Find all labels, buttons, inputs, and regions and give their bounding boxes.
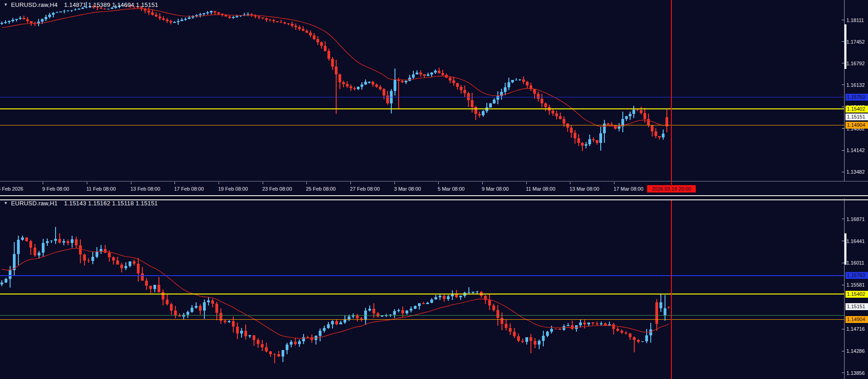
price-axis-tick-mark bbox=[842, 107, 845, 107]
price-axis-tick-label: 1.18111 bbox=[846, 17, 864, 23]
price-axis-tick-label: 1.13482 bbox=[846, 169, 865, 175]
price-axis-tick-label: 1.16792 bbox=[846, 60, 865, 67]
time-axis-tick-mark bbox=[395, 182, 395, 184]
time-axis[interactable]: 5 Feb 20269 Feb 08:0011 Feb 08:0013 Feb … bbox=[0, 181, 868, 196]
time-axis-label: 17 Mar 08:00 bbox=[614, 186, 643, 192]
time-cursor-date-label: 2026.03.19 20:00 bbox=[647, 185, 696, 192]
time-axis-tick-mark bbox=[482, 182, 483, 184]
h4-bid-price-label: 1.15151 bbox=[845, 113, 868, 120]
time-axis-label: 23 Feb 08:00 bbox=[262, 186, 292, 192]
h4-level-orange-price-label: 1.14904 bbox=[845, 122, 868, 129]
time-axis-label: 19 Feb 08:00 bbox=[218, 186, 248, 192]
h1-price-axis[interactable]: 1.168711.164411.160111.155811.147161.142… bbox=[844, 198, 868, 379]
price-axis-tick-mark bbox=[842, 85, 845, 85]
h4-chart-canvas[interactable] bbox=[0, 0, 844, 181]
h1-chart-title: ▼EURUSD.raw,H11.15143 1.15162 1.15118 1.… bbox=[4, 200, 158, 208]
time-axis-tick-mark bbox=[570, 182, 570, 184]
price-axis-tick-label: 1.14142 bbox=[846, 147, 865, 153]
price-axis-tick-label: 1.14286 bbox=[846, 348, 865, 354]
time-axis-label: 17 Feb 08:00 bbox=[174, 186, 204, 192]
h1-level-yellow-price-label: 1.15402 bbox=[845, 291, 868, 298]
collapse-arrow-icon[interactable]: ▼ bbox=[4, 201, 8, 205]
price-axis-tick-mark bbox=[842, 373, 845, 373]
time-axis-label: 9 Feb 08:00 bbox=[42, 186, 69, 192]
time-axis-tick-mark bbox=[219, 182, 219, 184]
time-cursor-tick bbox=[671, 182, 672, 185]
price-axis-tick-mark bbox=[842, 351, 845, 351]
h1-ohlc-values: 1.15143 1.15162 1.15118 1.15151 bbox=[64, 200, 158, 207]
time-axis-tick-mark bbox=[43, 182, 43, 184]
time-axis-tick-mark bbox=[306, 182, 307, 184]
h4-axis-scale-marker[interactable] bbox=[845, 24, 846, 69]
time-axis-label: 25 Feb 08:00 bbox=[306, 186, 336, 192]
time-axis-tick-mark bbox=[87, 182, 87, 184]
h4-level-yellow-price-label: 1.15402 bbox=[845, 106, 868, 113]
price-axis-tick-label: 1.16441 bbox=[846, 238, 865, 244]
time-axis-label: 13 Feb 08:00 bbox=[130, 186, 160, 192]
price-axis-tick-label: 1.16871 bbox=[846, 216, 865, 222]
h1-axis-scale-marker[interactable] bbox=[845, 233, 846, 265]
h1-level-orange-price-label: 1.14904 bbox=[845, 316, 868, 323]
time-axis-tick-mark bbox=[350, 182, 351, 184]
time-axis-tick-mark bbox=[438, 182, 439, 184]
h4-chart-window[interactable]: ▼EURUSD.raw,H41.14871 1.15389 1.14694 1.… bbox=[0, 0, 868, 181]
price-axis-tick-label: 1.16011 bbox=[846, 260, 864, 266]
h1-symbol-timeframe-label: EURUSD.raw,H1 bbox=[11, 200, 58, 207]
price-axis-tick-mark bbox=[842, 128, 845, 129]
price-axis-tick-label: 1.16132 bbox=[846, 82, 865, 88]
price-axis-tick-mark bbox=[842, 329, 845, 329]
time-axis-tick-mark bbox=[175, 182, 175, 184]
h1-chart-canvas[interactable] bbox=[0, 198, 844, 379]
time-axis-tick-mark bbox=[263, 182, 263, 184]
price-axis-tick-mark bbox=[842, 172, 845, 172]
h4-candles bbox=[0, 2, 668, 151]
trading-terminal-screen: ▼EURUSD.raw,H41.14871 1.15389 1.14694 1.… bbox=[0, 0, 868, 379]
price-axis-tick-label: 1.15581 bbox=[846, 282, 865, 288]
h1-bid-price-label: 1.15151 bbox=[845, 303, 868, 310]
h1-chart-window[interactable]: ▼EURUSD.raw,H11.15143 1.15162 1.15118 1.… bbox=[0, 198, 868, 379]
time-axis-tick-mark bbox=[526, 182, 527, 184]
time-axis-label: 27 Feb 08:00 bbox=[350, 186, 380, 192]
h4-symbol-timeframe-label: EURUSD.raw,H4 bbox=[11, 1, 58, 8]
h4-chart-title: ▼EURUSD.raw,H41.14871 1.15389 1.14694 1.… bbox=[4, 1, 158, 10]
price-axis-tick-mark bbox=[842, 219, 845, 219]
h1-moving-average-line bbox=[2, 248, 669, 338]
time-axis-label: 3 Mar 08:00 bbox=[394, 186, 421, 192]
h4-price-axis[interactable]: 1.181111.174521.167921.161321.154621.148… bbox=[844, 0, 868, 181]
h4-ohlc-values: 1.14871 1.15389 1.14694 1.15151 bbox=[64, 1, 158, 8]
time-axis-label: 13 Mar 08:00 bbox=[569, 186, 599, 192]
time-axis-label: 9 Mar 08:00 bbox=[482, 186, 509, 192]
time-axis-label: 5 Mar 08:00 bbox=[438, 186, 465, 192]
price-axis-tick-label: 1.17452 bbox=[846, 39, 865, 45]
time-axis-label: 11 Feb 08:00 bbox=[86, 186, 116, 192]
price-axis-tick-mark bbox=[842, 150, 845, 151]
h4-level-blue-price-label: 1.15763 bbox=[845, 94, 868, 101]
collapse-arrow-icon[interactable]: ▼ bbox=[4, 2, 8, 7]
time-axis-label: 11 Mar 08:00 bbox=[526, 186, 555, 192]
price-axis-tick-mark bbox=[842, 285, 845, 285]
time-axis-tick-mark bbox=[614, 182, 614, 184]
time-axis-tick-mark bbox=[131, 182, 131, 184]
price-axis-tick-mark bbox=[842, 20, 845, 20]
price-axis-tick-label: 1.14716 bbox=[846, 326, 865, 332]
price-axis-tick-label: 1.13856 bbox=[846, 370, 865, 376]
h1-level-blue-price-label: 1.15763 bbox=[845, 272, 868, 279]
h1-candles bbox=[0, 227, 670, 364]
time-axis-label: 5 Feb 2026 bbox=[0, 186, 23, 192]
